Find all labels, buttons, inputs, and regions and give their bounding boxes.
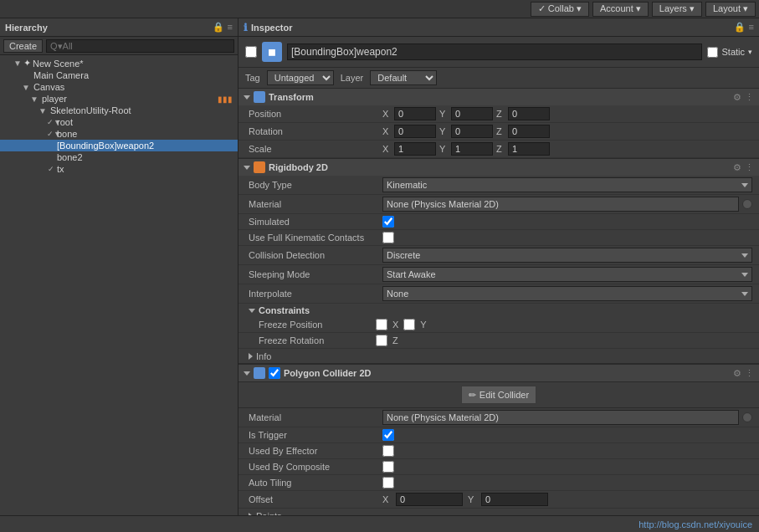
rb-material-value: None (Physics Material 2D) bbox=[382, 197, 752, 212]
position-x-input[interactable] bbox=[394, 107, 436, 120]
gameobject-icon: ◼ bbox=[268, 46, 276, 58]
menu-icon: ≡ bbox=[749, 22, 754, 33]
transform-icon bbox=[254, 91, 265, 103]
expand-icon: ▼ bbox=[30, 95, 38, 104]
freeze-position-checkboxes: X Y bbox=[376, 319, 427, 330]
full-kinematic-checkbox[interactable] bbox=[382, 232, 394, 243]
sleeping-mode-label: Sleeping Mode bbox=[249, 269, 382, 279]
rb-material-row: Material None (Physics Material 2D) bbox=[238, 195, 759, 214]
tag-select[interactable]: Untagged bbox=[267, 70, 334, 85]
collider-expand-icon bbox=[244, 371, 250, 376]
offset-y-input[interactable] bbox=[481, 493, 548, 506]
scale-x-input[interactable] bbox=[394, 142, 436, 156]
collider-material-picker[interactable] bbox=[742, 412, 752, 422]
layout-button[interactable]: Layout ▾ bbox=[705, 2, 756, 17]
tree-item-label: SkeletonUtility-Root bbox=[50, 105, 131, 115]
rotation-z-input[interactable] bbox=[508, 125, 550, 138]
hierarchy-item-bone[interactable]: ✓▼ bone bbox=[0, 128, 238, 140]
rigidbody-header[interactable]: Rigidbody 2D ⚙ ⋮ bbox=[238, 159, 759, 176]
collider-active-checkbox[interactable] bbox=[269, 367, 280, 379]
constraints-header[interactable]: Constraints bbox=[238, 304, 759, 317]
hierarchy-item-main-camera[interactable]: Main Camera bbox=[0, 69, 238, 81]
more-icon[interactable]: ⋮ bbox=[745, 92, 754, 103]
info-expand bbox=[249, 353, 253, 360]
collision-detection-dropdown[interactable]: Discrete bbox=[382, 248, 752, 263]
interpolate-text: None bbox=[387, 289, 408, 299]
hierarchy-item-skeleton-root[interactable]: ▼ SkeletonUtility-Root bbox=[0, 105, 238, 116]
lock-icon: 🔒 bbox=[734, 22, 746, 33]
static-checkbox[interactable] bbox=[707, 47, 718, 58]
tree-item-label: root bbox=[57, 117, 73, 127]
rotation-row: Rotation X Y Z bbox=[238, 123, 759, 141]
collider-material-field[interactable]: None (Physics Material 2D) bbox=[382, 410, 739, 425]
tree-item-label: New Scene* bbox=[33, 59, 84, 69]
simulated-checkbox[interactable] bbox=[382, 216, 394, 228]
freeze-pos-x-checkbox[interactable] bbox=[376, 319, 387, 330]
collision-detection-value: Discrete bbox=[382, 248, 752, 263]
create-button[interactable]: Create bbox=[3, 39, 43, 53]
hierarchy-item-bone2[interactable]: bone2 bbox=[0, 151, 238, 163]
polygon-collider-header[interactable]: Polygon Collider 2D ⚙ ⋮ bbox=[238, 365, 759, 382]
is-trigger-checkbox[interactable] bbox=[382, 429, 394, 441]
used-by-effector-checkbox[interactable] bbox=[382, 445, 394, 457]
freeze-rot-z-checkbox[interactable] bbox=[376, 335, 387, 346]
points-row[interactable]: Points bbox=[238, 509, 759, 515]
scale-xyz: X Y Z bbox=[382, 142, 752, 156]
collab-button[interactable]: ✓ Collab ▾ bbox=[531, 2, 589, 17]
position-y-input[interactable] bbox=[451, 107, 493, 120]
static-row: Static ▾ bbox=[707, 47, 752, 58]
layer-label: Layer bbox=[341, 73, 364, 83]
main-layout: Hierarchy 🔒 ≡ Create ▼ ✦ New Scene* Main… bbox=[0, 18, 759, 515]
layers-button[interactable]: Layers ▾ bbox=[652, 2, 702, 17]
static-dropdown-icon[interactable]: ▾ bbox=[748, 48, 752, 56]
used-by-composite-checkbox[interactable] bbox=[382, 461, 394, 473]
freeze-rotation-row: Freeze Rotation Z bbox=[238, 333, 759, 349]
rotation-xyz: X Y Z bbox=[382, 125, 752, 138]
rigidbody-info-row[interactable]: Info bbox=[238, 349, 759, 364]
collider-section-icons: ⚙ ⋮ bbox=[733, 368, 754, 379]
hierarchy-item-player[interactable]: ▼ player ▮▮▮ bbox=[0, 93, 238, 105]
freeze-pos-y-checkbox[interactable] bbox=[403, 319, 415, 330]
transform-title: Transform bbox=[269, 92, 314, 102]
menu-icon: ≡ bbox=[228, 22, 233, 33]
object-name-input[interactable] bbox=[287, 43, 702, 60]
settings-icon[interactable]: ⚙ bbox=[733, 368, 741, 379]
transform-header[interactable]: Transform ⚙ ⋮ bbox=[238, 89, 759, 105]
collider-color-icon bbox=[254, 367, 265, 379]
settings-icon[interactable]: ⚙ bbox=[733, 162, 741, 173]
edit-collider-button[interactable]: ✏ Edit Collider bbox=[461, 386, 536, 404]
hierarchy-item-canvas[interactable]: ▼ Canvas bbox=[0, 81, 238, 93]
offset-x-label: X bbox=[382, 494, 391, 504]
scale-z-input[interactable] bbox=[508, 142, 550, 156]
sleeping-mode-dropdown[interactable]: Start Awake bbox=[382, 267, 752, 282]
rotation-y-input[interactable] bbox=[451, 125, 493, 138]
scale-y-input[interactable] bbox=[451, 142, 493, 156]
offset-x-input[interactable] bbox=[396, 493, 463, 506]
auto-tiling-checkbox[interactable] bbox=[382, 477, 394, 489]
is-trigger-label: Is Trigger bbox=[249, 430, 382, 440]
object-active-checkbox[interactable] bbox=[245, 46, 257, 58]
edit-collider-row: ✏ Edit Collider bbox=[238, 382, 759, 408]
hierarchy-item-new-scene[interactable]: ▼ ✦ New Scene* bbox=[0, 57, 238, 69]
expand-icon: ▼ bbox=[22, 83, 30, 92]
more-icon[interactable]: ⋮ bbox=[745, 162, 754, 173]
rotation-x-input[interactable] bbox=[394, 125, 436, 138]
more-icon[interactable]: ⋮ bbox=[745, 368, 754, 379]
pos-z-label: Z bbox=[496, 109, 505, 119]
layer-select[interactable]: Default bbox=[370, 70, 437, 85]
hierarchy-item-bounding-box[interactable]: [BoundingBox]weapon2 bbox=[0, 140, 238, 151]
body-type-dropdown[interactable]: Kinematic bbox=[382, 177, 752, 192]
hierarchy-content: ▼ ✦ New Scene* Main Camera ▼ Canvas ▼ pl… bbox=[0, 55, 238, 515]
full-kinematic-value bbox=[382, 232, 752, 243]
scale-y-label: Y bbox=[439, 144, 448, 154]
rb-material-field[interactable]: None (Physics Material 2D) bbox=[382, 197, 739, 212]
hierarchy-item-root[interactable]: ✓▼ root bbox=[0, 116, 238, 128]
rb-material-picker[interactable] bbox=[742, 199, 752, 209]
position-z-input[interactable] bbox=[508, 107, 550, 120]
tree-item-label: player bbox=[42, 94, 67, 104]
hierarchy-item-tx[interactable]: ✓ tx bbox=[0, 163, 238, 175]
interpolate-dropdown[interactable]: None bbox=[382, 286, 752, 301]
account-button[interactable]: Account ▾ bbox=[592, 2, 649, 17]
hierarchy-search-input[interactable] bbox=[46, 39, 234, 53]
settings-icon[interactable]: ⚙ bbox=[733, 92, 741, 103]
